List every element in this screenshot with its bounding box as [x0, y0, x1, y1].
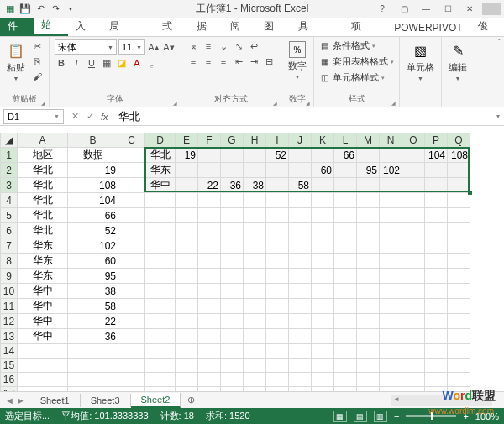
cell[interactable]	[289, 344, 312, 359]
sheet-tab[interactable]: Sheet3	[81, 394, 131, 407]
maximize-icon[interactable]: ☐	[438, 3, 457, 15]
cell[interactable]	[334, 178, 357, 193]
cell[interactable]: 地区	[18, 148, 68, 163]
cell[interactable]	[357, 314, 380, 329]
cell[interactable]: 95	[68, 269, 118, 284]
cell[interactable]: 52	[266, 148, 289, 163]
cell[interactable]	[425, 163, 448, 178]
cell[interactable]	[198, 344, 221, 359]
cell[interactable]	[266, 178, 289, 193]
horizontal-scrollbar[interactable]	[391, 395, 492, 406]
row-header[interactable]: 5	[1, 208, 18, 223]
cell[interactable]	[402, 314, 425, 329]
cell[interactable]	[221, 208, 244, 223]
cell[interactable]	[118, 314, 145, 329]
undo-icon[interactable]: ↶	[34, 3, 47, 16]
cell[interactable]	[176, 359, 198, 373]
cell[interactable]: 华北	[18, 193, 68, 208]
formula-editor[interactable]: 华北	[112, 109, 492, 124]
cell[interactable]	[118, 208, 145, 223]
align-bottom-icon[interactable]: ⌄	[217, 39, 230, 53]
cell[interactable]	[289, 284, 312, 299]
cell[interactable]	[176, 344, 198, 359]
cell[interactable]	[289, 299, 312, 314]
cell[interactable]	[448, 238, 470, 254]
cell[interactable]: 52	[68, 223, 118, 238]
cell[interactable]	[198, 329, 221, 344]
zoom-out-icon[interactable]: −	[394, 411, 399, 421]
sheet-tab[interactable]: Sheet1	[30, 394, 81, 407]
cell[interactable]	[244, 223, 266, 238]
font-color-icon[interactable]: A	[130, 56, 144, 70]
cell[interactable]	[334, 163, 357, 178]
cell[interactable]	[145, 299, 176, 314]
cell[interactable]	[402, 193, 425, 208]
cell[interactable]	[145, 193, 176, 208]
cell[interactable]	[289, 238, 312, 254]
cell[interactable]	[402, 269, 425, 284]
cell[interactable]	[334, 329, 357, 344]
cell[interactable]	[312, 359, 334, 373]
cell[interactable]	[145, 208, 176, 223]
cell[interactable]	[357, 373, 380, 387]
cell[interactable]	[380, 359, 402, 373]
cell[interactable]	[221, 284, 244, 299]
cell-styles-button[interactable]: ◫单元格样式 ▾	[319, 71, 394, 84]
zoom-level[interactable]: 100%	[475, 411, 499, 421]
cell[interactable]	[334, 299, 357, 314]
cell[interactable]: 19	[176, 148, 198, 163]
cell[interactable]: 22	[68, 314, 118, 329]
cell[interactable]: 19	[68, 163, 118, 178]
cell[interactable]	[448, 373, 470, 387]
cell[interactable]	[402, 223, 425, 238]
cell[interactable]	[380, 344, 402, 359]
cell[interactable]	[198, 223, 221, 238]
border-icon[interactable]: ▦	[100, 56, 113, 70]
fx-icon[interactable]: fx	[101, 112, 108, 122]
cell[interactable]	[334, 344, 357, 359]
column-header[interactable]: H	[244, 133, 266, 148]
cell[interactable]	[312, 269, 334, 284]
row-header[interactable]: 14	[1, 344, 18, 359]
cell[interactable]	[448, 359, 470, 373]
cell[interactable]	[448, 193, 470, 208]
cell[interactable]	[244, 193, 266, 208]
cell[interactable]	[402, 238, 425, 254]
cell[interactable]	[198, 359, 221, 373]
cell[interactable]: 华中	[18, 314, 68, 329]
cell[interactable]: 华北	[18, 178, 68, 193]
minimize-icon[interactable]: —	[417, 3, 435, 15]
cell[interactable]	[145, 373, 176, 387]
cell[interactable]	[402, 299, 425, 314]
row-header[interactable]: 10	[1, 284, 18, 299]
cell[interactable]	[334, 193, 357, 208]
cell[interactable]	[221, 299, 244, 314]
cell[interactable]	[380, 314, 402, 329]
save-icon[interactable]: 💾	[18, 3, 32, 16]
cell[interactable]	[312, 208, 334, 223]
column-header[interactable]: K	[312, 133, 334, 148]
cell[interactable]	[198, 284, 221, 299]
cell[interactable]	[145, 314, 176, 329]
cell[interactable]: 66	[68, 208, 118, 223]
row-header[interactable]: 11	[1, 299, 18, 314]
cell[interactable]	[448, 329, 470, 344]
column-header[interactable]: I	[266, 133, 289, 148]
cell[interactable]	[334, 254, 357, 269]
cell[interactable]	[221, 373, 244, 387]
row-header[interactable]: 12	[1, 314, 18, 329]
cell[interactable]	[357, 254, 380, 269]
cell[interactable]	[176, 193, 198, 208]
cell[interactable]	[221, 269, 244, 284]
cell[interactable]	[118, 284, 145, 299]
sheet-nav-prev-icon[interactable]: ◄	[5, 395, 14, 406]
cell[interactable]: 数据	[68, 148, 118, 163]
cell[interactable]: 华东	[18, 269, 68, 284]
phonetic-icon[interactable]: ꜀	[145, 56, 159, 70]
cell[interactable]	[289, 208, 312, 223]
cell[interactable]	[198, 314, 221, 329]
cell[interactable]	[312, 223, 334, 238]
cell[interactable]: 38	[244, 178, 266, 193]
cell[interactable]	[244, 314, 266, 329]
font-name-combo[interactable]: 宋体▼	[55, 39, 117, 55]
